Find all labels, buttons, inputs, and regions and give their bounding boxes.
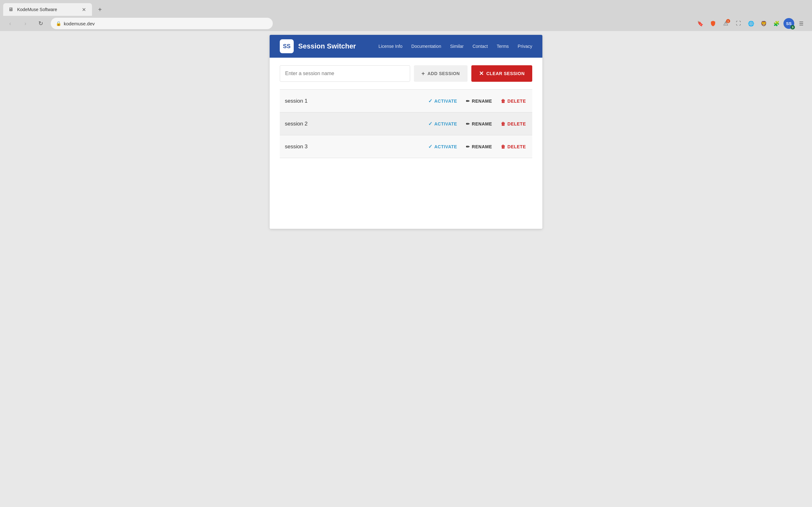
- delete-button[interactable]: 🗑 DELETE: [500, 142, 527, 151]
- profile-initials: SS: [786, 21, 792, 26]
- session-name: session 3: [285, 144, 427, 150]
- new-tab-button[interactable]: +: [95, 4, 105, 15]
- url-bar[interactable]: 🔒 kodemuse.dev: [51, 18, 273, 29]
- rename-button[interactable]: ✏ RENAME: [465, 97, 493, 106]
- delete-button[interactable]: 🗑 DELETE: [500, 97, 527, 106]
- brave-shields-button[interactable]: [707, 18, 719, 29]
- session-actions: ✓ ACTIVATE ✏ RENAME 🗑 DELETE: [427, 142, 527, 152]
- x-icon: ✕: [479, 70, 484, 77]
- session-actions: ✓ ACTIVATE ✏ RENAME 🗑 DELETE: [427, 96, 527, 106]
- browser-tab[interactable]: 🖥 KodeMuse Software ✕: [3, 3, 92, 16]
- activate-label: ACTIVATE: [434, 99, 457, 104]
- lock-icon: 🔒: [56, 21, 61, 26]
- trash-icon: 🗑: [501, 99, 506, 104]
- back-button[interactable]: ‹: [5, 18, 15, 29]
- rename-button[interactable]: ✏ RENAME: [465, 119, 493, 128]
- app-title: Session Switcher: [298, 42, 356, 50]
- pencil-icon: ✏: [466, 121, 470, 126]
- tab-close-button[interactable]: ✕: [81, 6, 87, 13]
- delete-label: DELETE: [507, 144, 526, 149]
- rename-label: RENAME: [472, 144, 492, 149]
- bookmark-button[interactable]: 🔖: [695, 18, 706, 29]
- app-logo: SS Session Switcher: [280, 39, 356, 53]
- extension-button[interactable]: 🧩: [771, 18, 782, 29]
- logo-badge: SS: [280, 39, 294, 53]
- app-nav: License Info Documentation Similar Conta…: [378, 44, 532, 49]
- wallet-button[interactable]: 🦁: [758, 18, 769, 29]
- session-actions: ✓ ACTIVATE ✏ RENAME 🗑 DELETE: [427, 119, 527, 129]
- tab-bar: 🖥 KodeMuse Software ✕ +: [0, 0, 812, 16]
- profile-button[interactable]: SS 3: [783, 18, 794, 29]
- nav-license[interactable]: License Info: [378, 44, 403, 49]
- pencil-icon: ✏: [466, 144, 470, 149]
- activate-button[interactable]: ✓ ACTIVATE: [427, 142, 458, 152]
- activate-button[interactable]: ✓ ACTIVATE: [427, 96, 458, 106]
- session-row: session 3 ✓ ACTIVATE ✏ RENAME 🗑 DELETE: [280, 135, 532, 158]
- nav-documentation[interactable]: Documentation: [411, 44, 441, 49]
- session-name: session 1: [285, 98, 427, 104]
- tab-title: KodeMuse Software: [17, 7, 78, 12]
- menu-button[interactable]: ☰: [796, 18, 807, 29]
- activate-label: ACTIVATE: [434, 144, 457, 149]
- reload-button[interactable]: ↻: [36, 18, 46, 29]
- session-list: session 1 ✓ ACTIVATE ✏ RENAME 🗑 DELETE: [280, 89, 532, 158]
- session-row: session 2 ✓ ACTIVATE ✏ RENAME 🗑 DELETE: [280, 112, 532, 135]
- nav-privacy[interactable]: Privacy: [518, 44, 532, 49]
- activate-button[interactable]: ✓ ACTIVATE: [427, 119, 458, 129]
- rename-label: RENAME: [472, 121, 492, 126]
- profile-badge: 3: [791, 25, 795, 30]
- delete-button[interactable]: 🗑 DELETE: [500, 119, 527, 128]
- delete-label: DELETE: [507, 99, 526, 104]
- clear-session-button[interactable]: ✕ CLEAR SESSION: [471, 65, 532, 82]
- app-header: SS Session Switcher License Info Documen…: [270, 35, 542, 58]
- nav-terms[interactable]: Terms: [497, 44, 509, 49]
- rename-label: RENAME: [472, 99, 492, 104]
- trash-icon: 🗑: [501, 121, 506, 126]
- alert-button[interactable]: ⚠ 1: [720, 18, 731, 29]
- check-icon: ✓: [428, 144, 433, 150]
- check-icon: ✓: [428, 121, 433, 127]
- content-area: SS Session Switcher License Info Documen…: [0, 29, 812, 235]
- app-container: SS Session Switcher License Info Documen…: [270, 35, 542, 229]
- pencil-icon: ✏: [466, 99, 470, 104]
- rename-button[interactable]: ✏ RENAME: [465, 142, 493, 151]
- nav-similar[interactable]: Similar: [450, 44, 464, 49]
- tab-favicon-icon: 🖥: [8, 7, 14, 12]
- forward-button[interactable]: ›: [20, 18, 31, 29]
- browser-tools: 🔖 ⚠ 1 ⛶ 🌐 🦁 🧩 SS 3 ☰: [695, 18, 807, 29]
- fullscreen-button[interactable]: ⛶: [733, 18, 744, 29]
- add-session-button[interactable]: + ADD SESSION: [414, 65, 467, 82]
- delete-label: DELETE: [507, 121, 526, 126]
- url-text: kodemuse.dev: [64, 21, 95, 26]
- address-bar: ‹ › ↻ 🔒 kodemuse.dev 🔖 ⚠ 1 ⛶ 🌐 🦁 🧩 SS 3: [0, 16, 812, 31]
- clear-session-label: CLEAR SESSION: [486, 71, 525, 76]
- trash-icon: 🗑: [501, 144, 506, 149]
- input-row: + ADD SESSION ✕ CLEAR SESSION: [280, 65, 532, 82]
- check-icon: ✓: [428, 98, 433, 104]
- session-name-input[interactable]: [280, 65, 410, 82]
- session-name: session 2: [285, 121, 427, 127]
- plus-icon: +: [421, 70, 425, 77]
- activate-label: ACTIVATE: [434, 121, 457, 126]
- add-session-label: ADD SESSION: [427, 71, 460, 76]
- nav-contact[interactable]: Contact: [473, 44, 488, 49]
- browser-chrome: 🖥 KodeMuse Software ✕ + ‹ › ↻ 🔒 kodemuse…: [0, 0, 812, 29]
- app-body: + ADD SESSION ✕ CLEAR SESSION session 1 …: [270, 58, 542, 229]
- vpn-button[interactable]: 🌐: [745, 18, 757, 29]
- session-row: session 1 ✓ ACTIVATE ✏ RENAME 🗑 DELETE: [280, 90, 532, 112]
